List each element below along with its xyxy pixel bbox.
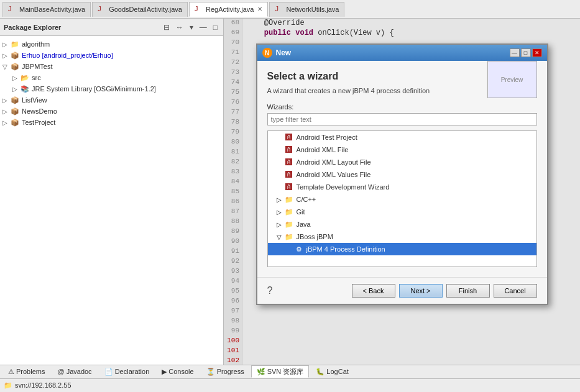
finish-button[interactable]: Finish	[446, 284, 490, 298]
tree-item-src[interactable]: ▷ 📂 src	[0, 72, 223, 83]
wizard-filter-input[interactable]	[267, 113, 537, 125]
cpp-folder-icon: 📁	[284, 194, 294, 204]
collapse-all-button[interactable]: ⊟	[162, 22, 172, 32]
wiz-item-jbpm4-process[interactable]: ⚙ jBPM 4 Process Definition	[268, 243, 536, 255]
dialog-close-button[interactable]: ✕	[532, 48, 542, 57]
svn-icon: 🌿	[257, 368, 265, 376]
wiz-item-git[interactable]: ▷ 📁 Git	[268, 206, 536, 218]
tree-item-jre[interactable]: ▷ 📚 JRE System Library [OSGi/Minimum-1.2…	[0, 83, 223, 94]
dialog-body: Select a wizard A wizard that creates a …	[257, 61, 547, 277]
dialog-titlebar: N New — □ ✕	[257, 45, 547, 61]
new-wizard-icon: N	[262, 48, 272, 58]
bottom-tab-progress[interactable]: ⏳ Progress	[201, 365, 250, 378]
tree-item-algorithm[interactable]: ▷ 📁 algorithm	[0, 39, 223, 50]
console-icon: ▶	[162, 368, 167, 376]
android-xml-layout-icon: 🅰	[284, 157, 294, 167]
bottom-tab-label: SVN 资源库	[267, 367, 304, 376]
package-explorer: Package Explorer ⊟ ↔ ▾ — □ ▷ 📁 algorithm	[0, 19, 224, 365]
bottom-bar: ⚠ Problems @ Javadoc 📄 Declaration ▶ Con…	[0, 365, 580, 392]
bottom-tab-label: LogCat	[326, 368, 348, 375]
project-icon4: 📦	[10, 106, 20, 116]
bottom-tab-javadoc[interactable]: @ Javadoc	[52, 365, 97, 378]
svn-url: svn://192.168.2.55	[15, 381, 71, 389]
tab-label: GoodsDetailActivity.java	[109, 6, 182, 13]
tree-label: src	[32, 74, 41, 81]
next-button[interactable]: Next >	[399, 284, 443, 298]
project-icon5: 📦	[10, 117, 20, 127]
wiz-item-android-xml-values[interactable]: 🅰 Android XML Values File	[268, 168, 536, 181]
wiz-item-android-xml[interactable]: 🅰 Android XML File	[268, 144, 536, 156]
bottom-tab-declaration[interactable]: 📄 Declaration	[99, 365, 155, 378]
wiz-item-jboss-jbpm[interactable]: ▽ 📁 JBoss jBPM	[268, 230, 536, 243]
dialog-maximize-button[interactable]: □	[521, 48, 531, 57]
tree-item-erhuo[interactable]: ▷ 📦 Erhuo [android_project/Erhuo]	[0, 50, 223, 61]
java-file-icon2: J	[98, 5, 106, 14]
back-button[interactable]: < Back	[352, 284, 395, 298]
dialog-minimize-button[interactable]: —	[510, 48, 520, 57]
bottom-tab-label: Console	[168, 368, 193, 375]
tree-label: JBPMTest	[22, 63, 53, 70]
new-wizard-dialog: N New — □ ✕ Select a wizard A wizard tha…	[256, 43, 548, 305]
tree-arrow: ▷	[2, 41, 10, 48]
git-folder-icon: 📁	[284, 207, 294, 217]
wiz-label: Git	[297, 208, 305, 216]
jboss-folder-icon: 📁	[284, 232, 294, 242]
wiz-arrow: ▷	[277, 196, 284, 203]
sidebar-maximize-button[interactable]: □	[211, 22, 219, 32]
tree-arrow: ▷	[2, 97, 10, 104]
link-with-editor-button[interactable]: ↔	[174, 22, 185, 32]
wiz-item-template-dev[interactable]: 🅰 Template Development Wizard	[268, 181, 536, 193]
tabs-bar: J MainBaseActivity.java J GoodsDetailAct…	[0, 0, 580, 19]
tree-item-newsdemo[interactable]: ▷ 📦 NewsDemo	[0, 106, 223, 117]
bottom-tab-svn[interactable]: 🌿 SVN 资源库	[251, 365, 310, 378]
tree-arrow: ▷	[2, 119, 10, 126]
wiz-label: Android Test Project	[297, 134, 357, 141]
java-folder-icon: 📁	[284, 219, 294, 229]
wiz-label: JBoss jBPM	[297, 233, 333, 240]
problems-icon: ⚠	[8, 368, 14, 376]
wizards-section: Wizards: 🅰 Android Test Project	[267, 103, 537, 267]
template-dev-icon: 🅰	[284, 182, 294, 192]
sidebar-actions: ⊟ ↔ ▾ — □	[162, 22, 219, 32]
javadoc-icon: @	[57, 368, 64, 375]
tab-reg-activity[interactable]: J RegActivity.java ✕	[189, 2, 268, 17]
project-icon3: 📦	[10, 95, 20, 105]
java-file-icon3: J	[195, 5, 203, 14]
wiz-label: Android XML Layout File	[297, 158, 371, 166]
bottom-tab-logcat[interactable]: 🐛 LogCat	[310, 365, 354, 378]
project-icon2: 📦	[10, 62, 20, 71]
tree-arrow: ▷	[2, 52, 10, 59]
cancel-button[interactable]: Cancel	[494, 284, 537, 298]
tab-close-reg[interactable]: ✕	[257, 6, 262, 12]
tree-item-testproject[interactable]: ▷ 📦 TestProject	[0, 117, 223, 128]
tree-label: ListView	[22, 96, 47, 104]
bottom-tab-label: Progress	[217, 368, 244, 375]
sidebar-minimize-button[interactable]: —	[198, 22, 209, 32]
wiz-label: C/C++	[297, 196, 316, 203]
bottom-tab-console[interactable]: ▶ Console	[156, 365, 199, 378]
main-container: J MainBaseActivity.java J GoodsDetailAct…	[0, 0, 580, 392]
wiz-item-android-test[interactable]: 🅰 Android Test Project	[268, 131, 536, 144]
help-icon[interactable]: ?	[267, 285, 273, 296]
tree-arrow: ▷	[2, 108, 10, 115]
bottom-tabs: ⚠ Problems @ Javadoc 📄 Declaration ▶ Con…	[0, 365, 580, 379]
wiz-item-cpp[interactable]: ▷ 📁 C/C++	[268, 193, 536, 206]
sidebar-menu-button[interactable]: ▾	[188, 22, 195, 32]
tree-item-jbpmtest[interactable]: ▽ 📦 JBPMTest	[0, 61, 223, 72]
android-test-icon: 🅰	[284, 132, 294, 142]
wiz-item-android-xml-layout[interactable]: 🅰 Android XML Layout File	[268, 156, 536, 168]
tab-network-utils[interactable]: J NetworkUtils.java	[269, 2, 344, 17]
wiz-label: Android XML Values File	[297, 171, 371, 178]
bottom-tab-problems[interactable]: ⚠ Problems	[2, 365, 50, 378]
tree-arrow: ▷	[12, 75, 20, 81]
tree-item-listview[interactable]: ▷ 📦 ListView	[0, 94, 223, 106]
tab-goods-detail[interactable]: J GoodsDetailActivity.java	[92, 2, 188, 17]
tab-label: NetworkUtils.java	[286, 6, 339, 13]
jbpm4-process-icon: ⚙	[294, 244, 304, 254]
wiz-item-java[interactable]: ▷ 📁 Java	[268, 218, 536, 230]
wiz-label: Android XML File	[297, 146, 349, 153]
dialog-title-text: N New	[262, 48, 292, 58]
tree-label: NewsDemo	[22, 107, 57, 115]
tab-main-base[interactable]: J MainBaseActivity.java	[2, 2, 91, 17]
project-icon: 📦	[10, 50, 20, 60]
